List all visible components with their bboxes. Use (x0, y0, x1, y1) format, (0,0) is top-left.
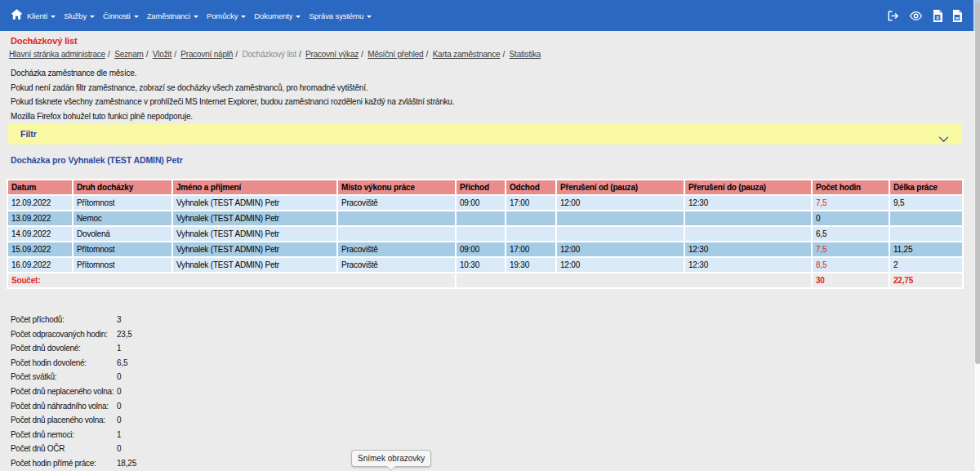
summary-row: Počet dnů dovolené:1 (11, 341, 114, 356)
breadcrumb-link-karta-zamestnance[interactable]: Karta zaměstnance (433, 50, 501, 59)
summary-label: Počet dnů OČR (11, 444, 65, 453)
export-excel-icon[interactable]: x (933, 10, 942, 22)
nav-item-zamestnanci[interactable]: Zaměstnanci (143, 11, 203, 20)
cell-druh: Nemoc (74, 211, 172, 225)
summary-row: Počet dnů placeného volna:0 (11, 413, 114, 428)
cell-datum: 14.09.2022 (8, 227, 72, 241)
chevron-down-icon (194, 16, 198, 18)
summary-value: 3 (117, 313, 121, 327)
intro-line: Pokud není zadán filtr zaměstnance, zobr… (11, 81, 454, 96)
cell-pocet-hodin: 7,5 (813, 242, 889, 256)
summary-label: Počet dnů dovolené: (11, 344, 80, 353)
summary-value: 0 (117, 399, 121, 414)
intro-line: Mozilla Firefox bohužel tuto funkci plně… (11, 109, 454, 124)
filter-label: Filtr (20, 129, 37, 139)
nav-item-label: Správa systému (309, 11, 363, 20)
summary-value: 0 (117, 384, 121, 399)
cell-odchod (506, 227, 555, 241)
summary-label: Počet odpracovaných hodin: (11, 330, 107, 339)
summary-row: Počet příchodů:3 (11, 313, 114, 327)
table-header-row: Datum Druh docházky Jméno a příjmení Mís… (8, 180, 962, 194)
cell-datum: 16.09.2022 (8, 258, 72, 272)
nav-item-cinnosti[interactable]: Činnosti (99, 11, 143, 20)
col-header-preruseni-od: Přerušení od (pauza) (557, 180, 684, 194)
nav-item-sluzby[interactable]: Služby (60, 11, 99, 20)
cell-misto (338, 211, 455, 225)
nav-item-label: Činnosti (103, 11, 131, 20)
sum-empty (457, 273, 811, 287)
cell-jmeno: Vyhnalek (TEST ADMIN) Petr (173, 227, 336, 241)
sum-delka-prace: 22,75 (890, 273, 962, 287)
cell-jmeno: Vyhnalek (TEST ADMIN) Petr (173, 211, 336, 225)
summary-row: Počet odpracovaných hodin:23,5 (11, 327, 114, 342)
chevron-down-icon (296, 16, 301, 18)
summary-value: 0 (117, 370, 121, 384)
chevron-down-icon (134, 16, 139, 18)
breadcrumb-link-seznam[interactable]: Seznam (114, 50, 144, 59)
intro-text: Docházka zaměstnance dle měsíce. Pokud n… (11, 66, 454, 123)
cell-datum: 15.09.2022 (8, 242, 72, 256)
export-word-icon[interactable]: w (952, 10, 962, 22)
nav-item-sprava-systemu[interactable]: Správa systému (305, 11, 376, 20)
breadcrumb: Hlavní stránka administrace/ Seznam/ Vlo… (9, 50, 541, 59)
col-header-preruseni-do: Přerušení do (pauza) (685, 180, 811, 194)
breadcrumb-separator: / (500, 50, 507, 59)
attendance-table: Datum Druh docházky Jméno a příjmení Mís… (7, 179, 964, 289)
logout-icon[interactable] (886, 10, 899, 22)
chevron-down-icon (90, 16, 95, 18)
eye-icon[interactable] (909, 11, 923, 21)
nav-item-dokumenty[interactable]: Dokumenty (250, 11, 305, 20)
summary-value: 6,5 (117, 356, 127, 371)
breadcrumb-link-vlozit[interactable]: Vložit (153, 50, 172, 59)
cell-delka-prace: 2 (890, 258, 962, 272)
cell-misto: Pracoviště (338, 258, 455, 272)
chevron-down-icon (51, 16, 56, 18)
breadcrumb-link-pracovni-napln[interactable]: Pracovní náplň (180, 50, 233, 59)
breadcrumb-link-pracovni-vykaz[interactable]: Pracovní výkaz (305, 50, 359, 59)
cell-jmeno: Vyhnalek (TEST ADMIN) Petr (173, 258, 336, 272)
breadcrumb-separator: / (296, 50, 304, 59)
summary-list: Počet příchodů:3 Počet odpracovaných hod… (11, 313, 114, 471)
filter-panel-header[interactable]: Filtr (8, 123, 962, 144)
home-button[interactable] (11, 8, 23, 24)
chevron-down-icon (938, 131, 949, 145)
cell-jmeno: Vyhnalek (TEST ADMIN) Petr (173, 242, 336, 256)
cell-druh: Přítomnost (74, 258, 172, 272)
cell-odchod: 17:00 (506, 242, 555, 256)
col-header-misto: Místo výkonu práce (338, 180, 455, 194)
cell-preruseni-do: 12:30 (685, 242, 811, 256)
cell-misto: Pracoviště (338, 242, 455, 256)
cell-prichod: 09:00 (457, 196, 505, 210)
scrollbar-thumb[interactable] (975, 2, 980, 364)
col-header-pocet-hodin: Počet hodin (813, 180, 889, 194)
summary-value: 0 (117, 413, 121, 428)
cell-prichod (457, 211, 505, 225)
summary-value: 0 (117, 442, 121, 456)
chevron-down-icon (241, 16, 246, 18)
summary-label: Počet hodin dovolené: (11, 358, 87, 367)
tooltip-pointer (387, 466, 395, 470)
table-sum-row: Součet: 30 22,75 (8, 273, 962, 287)
intro-line: Pokud tisknete všechny zaměstnance v pro… (11, 95, 454, 109)
summary-row: Počet dnů nemoci:1 (11, 428, 114, 442)
nav-item-pomucky[interactable]: Pomůcky (203, 11, 250, 20)
cell-preruseni-od (557, 211, 684, 225)
cell-odchod (506, 211, 555, 225)
chevron-down-icon (367, 16, 372, 18)
nav-item-klienti[interactable]: Klienti (23, 11, 60, 20)
cell-datum: 12.09.2022 (8, 196, 72, 210)
breadcrumb-link-mesicni-prehled[interactable]: Měsíční přehled (368, 50, 423, 59)
breadcrumb-link-hlavni-stranka[interactable]: Hlavní stránka administrace (9, 50, 105, 59)
cell-delka-prace (890, 227, 962, 241)
screenshot-tooltip: Snímek obrazovky (351, 450, 431, 467)
summary-label: Počet dnů náhradního volna: (11, 402, 109, 411)
summary-row: Počet svátků:0 (11, 370, 114, 384)
breadcrumb-link-statistika[interactable]: Statistika (510, 50, 541, 59)
svg-text:x: x (936, 14, 939, 20)
cell-druh: Přítomnost (74, 242, 172, 256)
cell-preruseni-do: 12:30 (685, 258, 811, 272)
top-navbar: Klienti Služby Činnosti Zaměstnanci Pomů… (0, 0, 973, 31)
sum-pocet-hodin: 30 (813, 273, 889, 287)
scrollbar[interactable] (973, 0, 980, 471)
nav-item-label: Služby (64, 11, 87, 20)
